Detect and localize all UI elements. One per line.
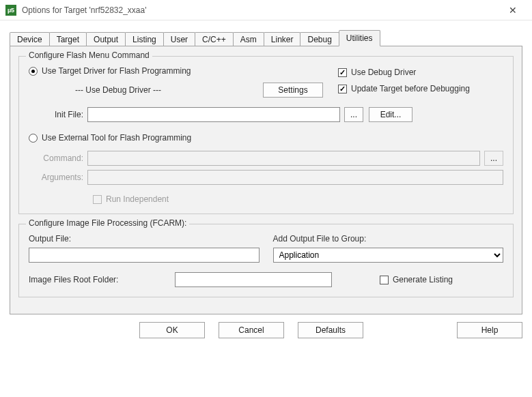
init-file-label: Init File: xyxy=(29,110,87,119)
help-button[interactable]: Help xyxy=(457,322,522,338)
check-use-debug-driver-label: Use Debug Driver xyxy=(351,68,416,77)
ok-button[interactable]: OK xyxy=(139,322,205,338)
tab-listing[interactable]: Listing xyxy=(125,32,164,46)
radio-use-target-driver[interactable] xyxy=(29,67,38,76)
output-file-input[interactable] xyxy=(29,248,260,263)
group-fcarm-title: Configure Image File Processing (FCARM): xyxy=(26,218,189,228)
tab-panel-utilities: Configure Flash Menu Command Use Target … xyxy=(10,46,522,314)
titlebar: µ5 Options for Target 'nrf52832_xxaa' ✕ xyxy=(0,0,532,20)
tab-user[interactable]: User xyxy=(163,32,195,46)
command-input xyxy=(87,151,480,166)
check-generate-listing-label: Generate Listing xyxy=(393,275,453,284)
command-browse-button: ... xyxy=(484,151,503,166)
tab-utilities[interactable]: Utilities xyxy=(339,30,380,46)
app-icon: µ5 xyxy=(5,5,16,16)
defaults-button[interactable]: Defaults xyxy=(298,322,363,338)
close-button[interactable]: ✕ xyxy=(499,1,527,20)
edit-button[interactable]: Edit... xyxy=(369,107,412,122)
radio-use-external-tool[interactable] xyxy=(29,134,38,143)
group-flash-title: Configure Flash Menu Command xyxy=(26,50,152,60)
radio-use-target-driver-label: Use Target Driver for Flash Programming xyxy=(42,66,191,76)
footer-buttons: OK Cancel Defaults Help xyxy=(10,315,522,338)
dialog-content: Device Target Output Listing User C/C++ … xyxy=(0,20,532,344)
window-title: Options for Target 'nrf52832_xxaa' xyxy=(22,5,499,15)
tab-device[interactable]: Device xyxy=(10,32,50,46)
command-label: Command: xyxy=(29,153,87,163)
arguments-label: Arguments: xyxy=(29,173,87,182)
output-file-label: Output File: xyxy=(29,234,260,244)
add-to-group-label: Add Output File to Group: xyxy=(273,234,504,244)
check-generate-listing[interactable] xyxy=(380,276,389,284)
init-file-input[interactable] xyxy=(87,107,340,122)
tab-linker[interactable]: Linker xyxy=(264,32,301,46)
driver-note: --- Use Debug Driver --- xyxy=(75,85,161,95)
group-flash: Configure Flash Menu Command Use Target … xyxy=(18,56,514,214)
init-file-browse-button[interactable]: ... xyxy=(344,107,363,122)
tab-target[interactable]: Target xyxy=(49,32,87,46)
tab-asm[interactable]: Asm xyxy=(233,32,264,46)
check-run-independent xyxy=(93,195,102,204)
radio-use-external-tool-label: Use External Tool for Flash Programming xyxy=(42,133,191,143)
tab-bar: Device Target Output Listing User C/C++ … xyxy=(10,30,522,46)
close-icon: ✕ xyxy=(509,5,517,16)
check-run-independent-label: Run Independent xyxy=(106,194,169,204)
add-to-group-select[interactable]: Application xyxy=(273,248,504,263)
check-update-before-debug[interactable] xyxy=(338,85,347,93)
root-folder-input[interactable] xyxy=(175,272,332,287)
check-update-before-debug-label: Update Target before Debugging xyxy=(351,84,470,93)
check-use-debug-driver[interactable] xyxy=(338,68,347,77)
root-folder-label: Image Files Root Folder: xyxy=(29,275,165,284)
cancel-button[interactable]: Cancel xyxy=(219,322,284,338)
tab-ccpp[interactable]: C/C++ xyxy=(195,32,234,46)
tab-output[interactable]: Output xyxy=(86,32,126,46)
settings-button[interactable]: Settings xyxy=(263,83,323,98)
tab-debug[interactable]: Debug xyxy=(300,32,339,46)
group-fcarm: Configure Image File Processing (FCARM):… xyxy=(18,224,514,297)
arguments-input xyxy=(87,170,503,185)
